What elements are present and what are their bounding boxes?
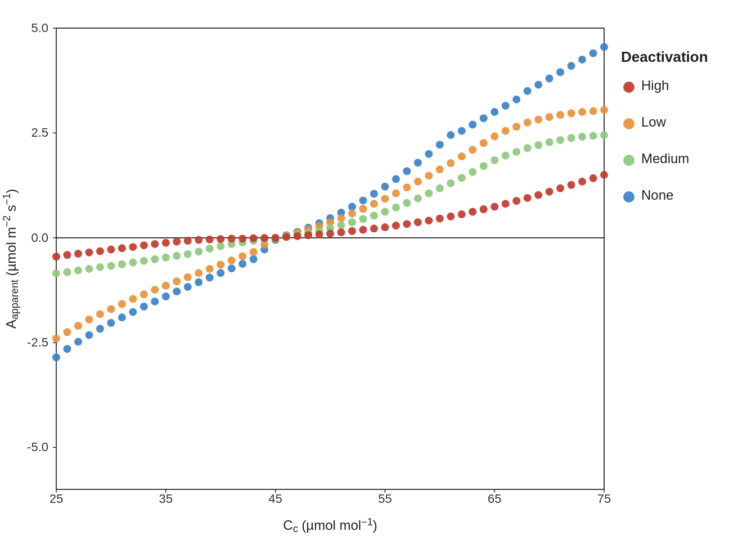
- svg-point-168: [436, 184, 444, 192]
- svg-point-180: [568, 134, 575, 142]
- svg-point-72: [502, 102, 510, 110]
- svg-point-87: [107, 305, 115, 313]
- svg-point-49: [250, 255, 258, 263]
- svg-point-227: [524, 194, 532, 202]
- svg-point-136: [85, 265, 93, 273]
- svg-point-85: [85, 316, 93, 323]
- svg-text:55: 55: [378, 492, 392, 506]
- svg-point-202: [250, 234, 258, 242]
- chart-svg: 253545556575-5.0-2.50.02.55.0Cc (µmol mo…: [0, 0, 756, 540]
- svg-point-223: [480, 205, 488, 213]
- svg-point-111: [370, 200, 378, 208]
- svg-point-196: [184, 237, 192, 245]
- svg-point-178: [546, 138, 554, 146]
- svg-point-138: [107, 262, 115, 270]
- svg-point-100: [250, 248, 258, 256]
- svg-point-212: [359, 226, 367, 234]
- svg-point-131: [590, 107, 597, 115]
- svg-point-213: [370, 224, 378, 232]
- svg-point-119: [458, 152, 466, 160]
- svg-point-189: [107, 246, 115, 254]
- svg-point-232: [578, 178, 586, 186]
- svg-point-210: [337, 228, 345, 236]
- svg-point-91: [151, 286, 159, 294]
- svg-point-73: [512, 96, 520, 104]
- svg-point-226: [512, 197, 520, 205]
- svg-point-205: [282, 233, 290, 241]
- svg-point-162: [370, 212, 378, 219]
- svg-point-181: [578, 133, 586, 141]
- svg-point-217: [414, 218, 422, 226]
- svg-point-194: [162, 239, 170, 247]
- svg-point-32: [63, 345, 71, 353]
- svg-point-121: [480, 139, 488, 147]
- svg-point-159: [337, 221, 345, 229]
- svg-point-115: [414, 178, 422, 186]
- svg-text:75: 75: [597, 492, 611, 506]
- svg-point-177: [534, 141, 542, 149]
- svg-point-79: [578, 56, 586, 64]
- svg-point-130: [578, 108, 586, 116]
- svg-point-167: [425, 190, 433, 197]
- svg-text:35: 35: [159, 492, 173, 506]
- svg-text:Deactivation: Deactivation: [621, 48, 708, 65]
- svg-point-172: [480, 162, 488, 170]
- svg-point-224: [490, 203, 498, 211]
- svg-point-129: [568, 109, 575, 117]
- svg-point-118: [447, 159, 454, 167]
- svg-point-39: [140, 303, 148, 310]
- svg-point-120: [469, 146, 476, 154]
- svg-point-179: [556, 136, 564, 144]
- svg-text:65: 65: [488, 492, 501, 506]
- svg-point-43: [184, 283, 192, 291]
- svg-point-110: [359, 205, 367, 213]
- svg-text:2.5: 2.5: [31, 125, 48, 140]
- svg-point-64: [414, 159, 422, 166]
- svg-point-145: [184, 250, 192, 258]
- svg-point-161: [359, 215, 367, 223]
- svg-point-127: [546, 113, 554, 121]
- svg-point-47: [228, 264, 236, 272]
- svg-point-233: [590, 174, 597, 182]
- svg-point-176: [524, 144, 532, 152]
- svg-point-80: [590, 50, 597, 57]
- svg-point-76: [546, 74, 554, 82]
- svg-text:-2.5: -2.5: [27, 335, 48, 349]
- svg-point-165: [403, 199, 411, 207]
- svg-point-192: [140, 241, 148, 249]
- svg-point-236: [623, 82, 634, 93]
- svg-point-132: [600, 106, 608, 114]
- svg-point-197: [195, 236, 202, 244]
- svg-point-45: [206, 274, 214, 282]
- svg-point-123: [502, 127, 510, 135]
- svg-point-116: [425, 172, 433, 179]
- svg-point-37: [118, 313, 126, 321]
- svg-point-60: [370, 190, 378, 197]
- svg-point-215: [392, 222, 400, 230]
- svg-text:0.0: 0.0: [31, 231, 48, 245]
- svg-point-78: [568, 62, 575, 70]
- svg-point-209: [326, 230, 334, 237]
- svg-point-128: [556, 111, 564, 119]
- svg-point-42: [173, 287, 181, 295]
- svg-point-204: [272, 234, 280, 242]
- svg-point-98: [228, 256, 236, 264]
- svg-point-169: [447, 179, 454, 187]
- svg-point-40: [151, 298, 159, 305]
- svg-point-225: [502, 200, 510, 208]
- svg-point-207: [304, 231, 312, 239]
- svg-point-190: [118, 244, 126, 252]
- svg-point-175: [512, 148, 520, 156]
- svg-point-82: [52, 335, 60, 343]
- svg-point-141: [140, 257, 148, 265]
- svg-point-63: [403, 167, 411, 175]
- svg-point-113: [392, 190, 400, 197]
- chart-container: 253545556575-5.0-2.50.02.55.0Cc (µmol mo…: [0, 0, 756, 540]
- svg-point-166: [414, 195, 422, 202]
- svg-point-234: [600, 171, 608, 179]
- svg-text:25: 25: [50, 492, 63, 506]
- svg-point-201: [238, 235, 246, 242]
- svg-text:Medium: Medium: [641, 151, 689, 166]
- svg-point-114: [403, 183, 411, 191]
- svg-point-216: [403, 220, 411, 228]
